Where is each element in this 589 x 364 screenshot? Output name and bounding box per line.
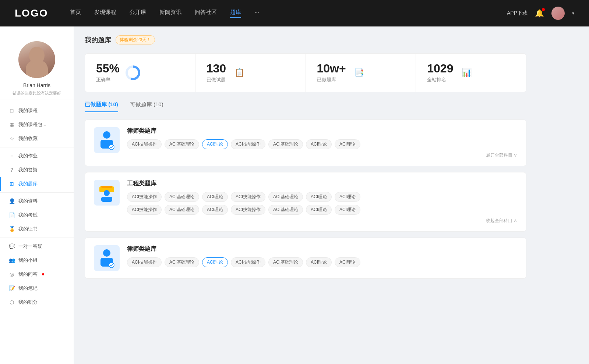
tag-law2-theory-active[interactable]: ACI理论 xyxy=(202,257,228,267)
sidebar-item-homework[interactable]: ≡ 我的作业 xyxy=(0,149,74,163)
qbank-tags-3: ACI技能操作 ACI基础理论 ACI理论 ACI技能操作 ACI基础理论 AC… xyxy=(127,257,517,267)
stat-rank-label: 全站排名 xyxy=(427,76,453,83)
tag-eng-theory-3[interactable]: ACI理论 xyxy=(335,192,360,202)
tag-eng2-theory-2[interactable]: ACI理论 xyxy=(306,205,332,215)
qbank-card-lawyer-1: 律师类题库 ACI技能操作 ACI基础理论 ACI理论 ACI技能操作 ACI基… xyxy=(85,119,526,166)
nav-courses[interactable]: 发现课程 xyxy=(94,9,116,18)
sidebar-item-questions[interactable]: ? 我的答疑 xyxy=(0,163,74,177)
sidebar-divider-1 xyxy=(0,147,74,147)
sidebar-item-favorites[interactable]: ☆ 我的收藏 xyxy=(0,132,74,146)
sidebar-divider-2 xyxy=(0,192,74,193)
group-icon: 👥 xyxy=(9,257,15,263)
logo: LOGO xyxy=(15,7,48,19)
tag-aci-theory-basic-1[interactable]: ACI基础理论 xyxy=(165,139,199,149)
stat-rank-value: 1029 xyxy=(427,63,453,74)
tag-eng2-theory-1[interactable]: ACI理论 xyxy=(202,205,228,215)
nav-open-course[interactable]: 公开课 xyxy=(130,9,146,18)
sidebar-item-notes[interactable]: 📝 我的笔记 xyxy=(0,281,74,295)
sidebar-menu: □ 我的课程 ▦ 我的课程包... ☆ 我的收藏 ≡ 我的作业 ? 我的答疑 ⊞ xyxy=(0,100,74,313)
user-dropdown-arrow[interactable]: ▾ xyxy=(572,11,574,16)
tag-aci-theory-active-1[interactable]: ACI理论 xyxy=(202,139,228,149)
sidebar-item-tutor[interactable]: 💬 一对一答疑 xyxy=(0,239,74,253)
sidebar-item-questionbank[interactable]: ⊞ 我的题库 xyxy=(0,177,74,191)
grid-icon: ⊞ xyxy=(9,181,15,187)
stat-questions-done: 130 已做试题 📋 xyxy=(195,54,306,92)
stats-row: 55% 正确率 130 已做试题 📋 10w+ 已做题库 📑 xyxy=(85,53,526,92)
profile-avatar xyxy=(18,41,55,78)
engineer-svg xyxy=(98,183,116,203)
tag-eng-basic-2[interactable]: ACI基础理论 xyxy=(268,192,303,202)
stat-questions-value: 130 xyxy=(207,63,226,74)
qbank-icon-engineer xyxy=(94,180,120,206)
stat-questions-info: 130 已做试题 xyxy=(207,63,226,83)
sidebar-item-my-qa[interactable]: ◎ 我的问答 xyxy=(0,267,74,281)
notification-dot xyxy=(542,8,545,11)
qbank-title-3: 律师类题库 xyxy=(127,245,517,253)
tag-law2-theory-2[interactable]: ACI理论 xyxy=(306,257,332,267)
sidebar-item-profile[interactable]: 👤 我的资料 xyxy=(0,194,74,208)
qbank-icon-lawyer xyxy=(94,127,120,153)
profile-motto: 错误的决定比没有决定要好 xyxy=(7,90,66,96)
sidebar-item-label: 我的小组 xyxy=(18,257,38,264)
qbank-tags-1: ACI技能操作 ACI基础理论 ACI理论 ACI技能操作 ACI基础理论 AC… xyxy=(127,139,517,149)
svg-rect-6 xyxy=(101,197,112,202)
tabs-row: 已做题库 (10) 可做题库 (10) xyxy=(85,101,526,112)
nav-news[interactable]: 新闻资讯 xyxy=(159,9,181,18)
stat-rank: 1029 全站排名 📊 xyxy=(416,54,526,92)
sidebar-item-label: 我的题库 xyxy=(18,181,38,187)
tag-eng-skill-2[interactable]: ACI技能操作 xyxy=(231,192,265,202)
sidebar-item-exams[interactable]: 📄 我的考试 xyxy=(0,208,74,222)
svg-point-7 xyxy=(103,249,110,257)
doc-green-icon: 📋 xyxy=(232,65,247,80)
sidebar-item-label: 一对一答疑 xyxy=(18,243,42,250)
tag-eng2-basic-1[interactable]: ACI基础理论 xyxy=(165,205,199,215)
tag-aci-skill-1[interactable]: ACI技能操作 xyxy=(127,139,162,149)
tag-aci-basic-2[interactable]: ACI基础理论 xyxy=(268,139,303,149)
sidebar-divider-3 xyxy=(0,238,74,238)
sidebar-item-course-packages[interactable]: ▦ 我的课程包... xyxy=(0,118,74,132)
tag-aci-skill-2[interactable]: ACI技能操作 xyxy=(231,139,265,149)
sidebar-item-label: 我的作业 xyxy=(18,153,38,159)
sidebar-item-groups[interactable]: 👥 我的小组 xyxy=(0,253,74,267)
notification-bell[interactable]: 🔔 xyxy=(535,9,544,18)
qbank-header-2: 工程类题库 ACI技能操作 ACI基础理论 ACI理论 ACI技能操作 ACI基… xyxy=(94,180,517,224)
tag-eng-theory-2[interactable]: ACI理论 xyxy=(306,192,332,202)
sidebar-item-my-courses[interactable]: □ 我的课程 xyxy=(0,104,74,118)
sidebar-item-certificates[interactable]: 🏅 我的证书 xyxy=(0,222,74,236)
star-icon: ☆ xyxy=(9,136,15,142)
stat-questions-label: 已做试题 xyxy=(207,76,226,83)
tag-eng-theory-1[interactable]: ACI理论 xyxy=(202,192,228,202)
qbank-icon-lawyer-2 xyxy=(94,245,120,271)
tag-eng-basic-1[interactable]: ACI基础理论 xyxy=(165,192,199,202)
tag-law2-basic-2[interactable]: ACI基础理论 xyxy=(268,257,303,267)
nav-home[interactable]: 首页 xyxy=(70,9,81,18)
tag-eng2-basic-2[interactable]: ACI基础理论 xyxy=(268,205,303,215)
tag-law2-skill-2[interactable]: ACI技能操作 xyxy=(231,257,265,267)
tag-law2-theory-3[interactable]: ACI理论 xyxy=(335,257,360,267)
qbank-body-2: 工程类题库 ACI技能操作 ACI基础理论 ACI理论 ACI技能操作 ACI基… xyxy=(127,180,517,224)
nav-more[interactable]: ··· xyxy=(254,9,259,18)
list-orange-icon: 📑 xyxy=(352,65,367,80)
tag-eng-skill-1[interactable]: ACI技能操作 xyxy=(127,192,162,202)
app-download-button[interactable]: APP下载 xyxy=(507,10,528,17)
chat-icon: 💬 xyxy=(9,243,15,249)
tab-done-banks[interactable]: 已做题库 (10) xyxy=(85,101,118,112)
bar-red-icon: 📊 xyxy=(459,65,474,80)
tag-aci-theory-3[interactable]: ACI理论 xyxy=(335,139,360,149)
sidebar-item-label: 我的笔记 xyxy=(18,285,38,292)
tag-eng2-skill-1[interactable]: ACI技能操作 xyxy=(127,205,162,215)
nav-qa[interactable]: 问答社区 xyxy=(195,9,217,18)
tag-eng2-theory-3[interactable]: ACI理论 xyxy=(335,205,360,215)
sidebar-item-label: 我的积分 xyxy=(18,299,38,306)
qbank-expand-1[interactable]: 展开全部科目 ∨ xyxy=(127,152,517,158)
stat-accuracy-label: 正确率 xyxy=(96,76,120,83)
tab-available-banks[interactable]: 可做题库 (10) xyxy=(130,101,163,112)
sidebar-item-points[interactable]: ⬡ 我的积分 xyxy=(0,295,74,309)
tag-law2-basic-1[interactable]: ACI基础理论 xyxy=(165,257,199,267)
tag-eng2-skill-2[interactable]: ACI技能操作 xyxy=(231,205,265,215)
user-avatar[interactable] xyxy=(551,7,565,20)
tag-law2-skill-1[interactable]: ACI技能操作 xyxy=(127,257,162,267)
nav-questionbank[interactable]: 题库 xyxy=(230,9,241,18)
qbank-collapse-2[interactable]: 收起全部科目 ∧ xyxy=(127,218,517,224)
tag-aci-theory-2[interactable]: ACI理论 xyxy=(306,139,332,149)
